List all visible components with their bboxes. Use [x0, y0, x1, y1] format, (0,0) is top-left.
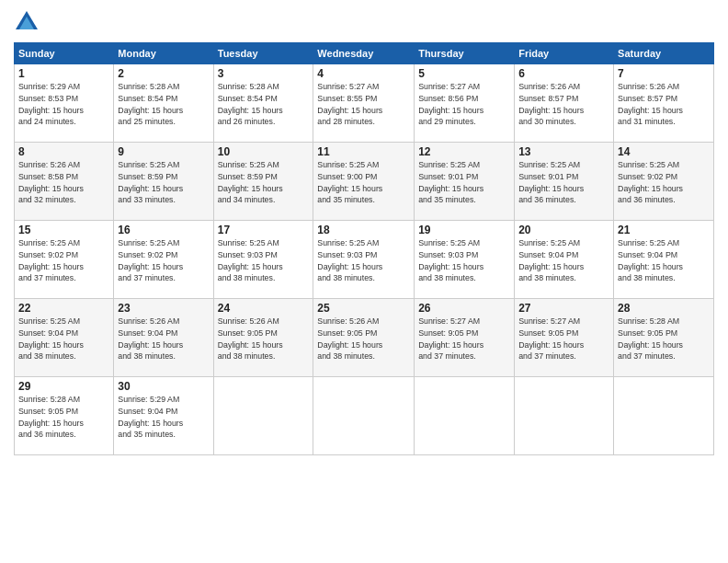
day-info: Sunrise: 5:25 AM Sunset: 8:59 PM Dayligh… — [218, 159, 310, 206]
calendar-header: SundayMondayTuesdayWednesdayThursdayFrid… — [15, 43, 714, 64]
day-info: Sunrise: 5:27 AM Sunset: 8:55 PM Dayligh… — [317, 81, 410, 128]
header-cell-wednesday: Wednesday — [313, 43, 415, 64]
day-number: 6 — [518, 67, 609, 80]
day-info: Sunrise: 5:25 AM Sunset: 9:01 PM Dayligh… — [518, 159, 609, 206]
day-cell: 27Sunrise: 5:27 AM Sunset: 9:05 PM Dayli… — [515, 299, 614, 377]
week-row-1: 1Sunrise: 5:29 AM Sunset: 8:53 PM Daylig… — [15, 64, 714, 143]
logo — [14, 9, 43, 35]
day-cell: 19Sunrise: 5:25 AM Sunset: 9:03 PM Dayli… — [415, 221, 515, 299]
day-info: Sunrise: 5:25 AM Sunset: 9:03 PM Dayligh… — [418, 237, 510, 284]
header-row: SundayMondayTuesdayWednesdayThursdayFrid… — [15, 43, 714, 64]
day-cell: 24Sunrise: 5:26 AM Sunset: 9:05 PM Dayli… — [213, 299, 313, 377]
day-info: Sunrise: 5:28 AM Sunset: 8:54 PM Dayligh… — [218, 81, 310, 128]
day-cell: 16Sunrise: 5:25 AM Sunset: 9:02 PM Dayli… — [114, 221, 213, 299]
week-row-5: 29Sunrise: 5:28 AM Sunset: 9:05 PM Dayli… — [15, 377, 714, 455]
day-info: Sunrise: 5:25 AM Sunset: 9:01 PM Dayligh… — [418, 159, 510, 206]
day-cell: 26Sunrise: 5:27 AM Sunset: 9:05 PM Dayli… — [415, 299, 515, 377]
day-number: 8 — [18, 145, 109, 158]
week-row-4: 22Sunrise: 5:25 AM Sunset: 9:04 PM Dayli… — [15, 299, 714, 377]
day-number: 4 — [317, 67, 410, 80]
day-cell: 5Sunrise: 5:27 AM Sunset: 8:56 PM Daylig… — [415, 64, 515, 143]
day-cell — [415, 377, 515, 455]
day-info: Sunrise: 5:28 AM Sunset: 9:05 PM Dayligh… — [18, 394, 109, 441]
week-row-2: 8Sunrise: 5:26 AM Sunset: 8:58 PM Daylig… — [15, 143, 714, 221]
day-cell: 11Sunrise: 5:25 AM Sunset: 9:00 PM Dayli… — [313, 143, 415, 221]
day-cell: 12Sunrise: 5:25 AM Sunset: 9:01 PM Dayli… — [415, 143, 515, 221]
day-number: 14 — [618, 145, 710, 158]
day-number: 27 — [518, 302, 609, 315]
day-cell: 23Sunrise: 5:26 AM Sunset: 9:04 PM Dayli… — [114, 299, 213, 377]
day-info: Sunrise: 5:25 AM Sunset: 9:04 PM Dayligh… — [618, 237, 710, 284]
day-info: Sunrise: 5:27 AM Sunset: 8:56 PM Dayligh… — [418, 81, 510, 128]
day-number: 20 — [518, 224, 609, 236]
day-cell: 4Sunrise: 5:27 AM Sunset: 8:55 PM Daylig… — [313, 64, 415, 143]
day-cell: 21Sunrise: 5:25 AM Sunset: 9:04 PM Dayli… — [614, 221, 714, 299]
day-info: Sunrise: 5:25 AM Sunset: 9:04 PM Dayligh… — [518, 237, 609, 284]
day-cell — [614, 377, 714, 455]
header-cell-monday: Monday — [114, 43, 213, 64]
day-number: 1 — [18, 67, 109, 80]
page: SundayMondayTuesdayWednesdayThursdayFrid… — [0, 0, 728, 563]
day-cell: 15Sunrise: 5:25 AM Sunset: 9:02 PM Dayli… — [15, 221, 114, 299]
day-info: Sunrise: 5:26 AM Sunset: 9:04 PM Dayligh… — [118, 316, 209, 362]
day-cell: 25Sunrise: 5:26 AM Sunset: 9:05 PM Dayli… — [313, 299, 415, 377]
header-cell-thursday: Thursday — [415, 43, 515, 64]
day-number: 11 — [317, 145, 410, 158]
day-info: Sunrise: 5:25 AM Sunset: 9:03 PM Dayligh… — [218, 237, 310, 284]
day-cell: 14Sunrise: 5:25 AM Sunset: 9:02 PM Dayli… — [614, 143, 714, 221]
day-number: 7 — [618, 67, 710, 80]
day-cell: 8Sunrise: 5:26 AM Sunset: 8:58 PM Daylig… — [15, 143, 114, 221]
day-number: 10 — [218, 145, 310, 158]
day-info: Sunrise: 5:26 AM Sunset: 9:05 PM Dayligh… — [317, 316, 410, 362]
day-info: Sunrise: 5:28 AM Sunset: 8:54 PM Dayligh… — [118, 81, 209, 128]
week-row-3: 15Sunrise: 5:25 AM Sunset: 9:02 PM Dayli… — [15, 221, 714, 299]
day-number: 21 — [618, 224, 710, 236]
day-info: Sunrise: 5:25 AM Sunset: 8:59 PM Dayligh… — [118, 159, 209, 206]
day-cell: 13Sunrise: 5:25 AM Sunset: 9:01 PM Dayli… — [515, 143, 614, 221]
day-number: 24 — [218, 302, 310, 315]
day-info: Sunrise: 5:25 AM Sunset: 9:03 PM Dayligh… — [317, 237, 410, 284]
day-info: Sunrise: 5:25 AM Sunset: 9:02 PM Dayligh… — [118, 237, 209, 284]
day-number: 28 — [618, 302, 710, 315]
logo-icon — [14, 9, 40, 35]
day-info: Sunrise: 5:27 AM Sunset: 9:05 PM Dayligh… — [418, 316, 510, 362]
day-number: 2 — [118, 67, 209, 80]
day-cell: 2Sunrise: 5:28 AM Sunset: 8:54 PM Daylig… — [114, 64, 213, 143]
day-cell: 1Sunrise: 5:29 AM Sunset: 8:53 PM Daylig… — [15, 64, 114, 143]
day-number: 17 — [218, 224, 310, 236]
day-info: Sunrise: 5:25 AM Sunset: 9:02 PM Dayligh… — [18, 237, 109, 284]
day-cell: 6Sunrise: 5:26 AM Sunset: 8:57 PM Daylig… — [515, 64, 614, 143]
calendar-body: 1Sunrise: 5:29 AM Sunset: 8:53 PM Daylig… — [15, 64, 714, 455]
day-number: 19 — [418, 224, 510, 236]
day-info: Sunrise: 5:25 AM Sunset: 9:02 PM Dayligh… — [618, 159, 710, 206]
day-number: 15 — [18, 224, 109, 236]
day-cell: 30Sunrise: 5:29 AM Sunset: 9:04 PM Dayli… — [114, 377, 213, 455]
day-cell: 3Sunrise: 5:28 AM Sunset: 8:54 PM Daylig… — [213, 64, 313, 143]
day-info: Sunrise: 5:25 AM Sunset: 9:04 PM Dayligh… — [18, 316, 109, 362]
day-cell: 18Sunrise: 5:25 AM Sunset: 9:03 PM Dayli… — [313, 221, 415, 299]
header-cell-saturday: Saturday — [614, 43, 714, 64]
day-number: 23 — [118, 302, 209, 315]
day-number: 9 — [118, 145, 209, 158]
day-cell: 10Sunrise: 5:25 AM Sunset: 8:59 PM Dayli… — [213, 143, 313, 221]
day-number: 5 — [418, 67, 510, 80]
day-number: 26 — [418, 302, 510, 315]
day-number: 13 — [518, 145, 609, 158]
day-number: 29 — [18, 380, 109, 393]
day-info: Sunrise: 5:26 AM Sunset: 8:57 PM Dayligh… — [618, 81, 710, 128]
day-info: Sunrise: 5:29 AM Sunset: 8:53 PM Dayligh… — [18, 81, 109, 128]
day-number: 16 — [118, 224, 209, 236]
day-info: Sunrise: 5:26 AM Sunset: 8:58 PM Dayligh… — [18, 159, 109, 206]
day-cell: 28Sunrise: 5:28 AM Sunset: 9:05 PM Dayli… — [614, 299, 714, 377]
day-number: 3 — [218, 67, 310, 80]
day-info: Sunrise: 5:29 AM Sunset: 9:04 PM Dayligh… — [118, 394, 209, 441]
day-number: 30 — [118, 380, 209, 393]
day-number: 22 — [18, 302, 109, 315]
day-info: Sunrise: 5:27 AM Sunset: 9:05 PM Dayligh… — [518, 316, 609, 362]
day-info: Sunrise: 5:28 AM Sunset: 9:05 PM Dayligh… — [618, 316, 710, 362]
day-info: Sunrise: 5:26 AM Sunset: 8:57 PM Dayligh… — [518, 81, 609, 128]
calendar-table: SundayMondayTuesdayWednesdayThursdayFrid… — [14, 42, 714, 455]
header — [14, 9, 714, 35]
header-cell-friday: Friday — [515, 43, 614, 64]
day-info: Sunrise: 5:25 AM Sunset: 9:00 PM Dayligh… — [317, 159, 410, 206]
